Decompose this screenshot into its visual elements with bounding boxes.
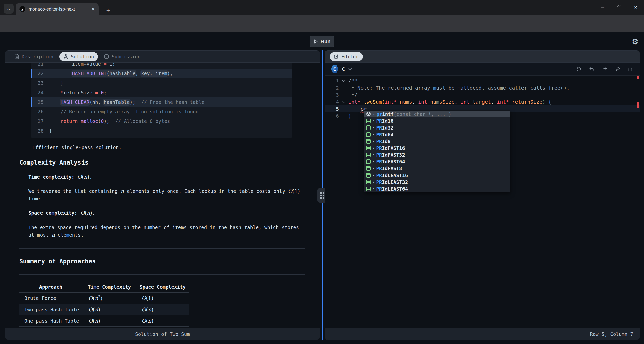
cursor-position: Row 5, Column 7 [590, 331, 633, 337]
line-number: 22 [31, 69, 49, 78]
tab-label: Submission [112, 54, 140, 59]
browser-tab[interactable]: ▲ monaco-editor-lsp-next ✕ [16, 3, 99, 15]
window-minimize-button[interactable]: — [594, 0, 611, 14]
undo-icon[interactable] [589, 66, 594, 72]
table-row: Brute ForceO(n2)O(1) [19, 293, 189, 304]
new-tab-button[interactable]: + [104, 6, 113, 15]
browser-tab-title: monaco-editor-lsp-next [29, 7, 88, 12]
include-bullet: • [373, 166, 375, 170]
solution-footer: Solution of Two Sum [5, 328, 320, 340]
table-cell: Two-pass Hash Table [19, 304, 83, 315]
code-line: 24 *returnSize = 0; [31, 88, 292, 97]
macro-icon [366, 187, 371, 191]
editor-line[interactable]: 1/** [325, 77, 640, 84]
editor-line-number: 3 [325, 91, 339, 98]
table-header: Space Complexity [136, 281, 189, 293]
format-brush-icon[interactable] [615, 66, 621, 72]
editor-line[interactable]: 4int* twoSum(int* nums, int numsSize, in… [325, 98, 640, 105]
monaco-editor[interactable]: 1/**2 * Note: The returned array must be… [325, 76, 640, 328]
chevron-down-icon[interactable] [348, 68, 352, 71]
code-line: 21 item→value = 1; [31, 63, 292, 69]
restore-icon [617, 5, 622, 10]
include-bullet: • [373, 187, 375, 191]
settings-gear-icon[interactable]: ⚙ [630, 36, 640, 47]
include-bullet: • [373, 173, 375, 177]
suggest-item[interactable]: •PRIdFAST32 [364, 151, 510, 158]
fold-chevron-icon[interactable] [339, 77, 348, 84]
suggest-item[interactable]: •PRId8 [364, 138, 510, 145]
editor-actions [576, 66, 634, 72]
macro-icon [366, 119, 371, 123]
suggest-item[interactable]: •PRIdLEAST32 [364, 179, 510, 185]
c-language-icon: C [331, 65, 338, 73]
code-caption: Efficient single-pass solution. [32, 145, 320, 150]
close-tab-icon[interactable]: ✕ [91, 6, 95, 12]
fold-gutter [339, 91, 348, 98]
suggest-label: PRId64 [376, 132, 393, 137]
editor-toolbar: C C [325, 63, 640, 76]
document-icon [14, 54, 19, 59]
include-bullet: • [373, 180, 375, 184]
tab-search-chevron-icon[interactable]: ⌄ [4, 4, 14, 14]
suggest-item[interactable]: •PRIdFAST8 [364, 165, 510, 172]
editor-line-number: 4 [325, 98, 339, 105]
fold-chevron-icon[interactable] [339, 98, 348, 105]
line-number: 23 [31, 78, 49, 88]
suggest-label: PRId32 [376, 125, 393, 131]
tab-solution[interactable]: Solution [59, 52, 98, 61]
tab-submission[interactable]: Submission [100, 52, 144, 61]
window-restore-button[interactable] [611, 0, 627, 14]
suggest-item[interactable]: •PRIdFAST16 [364, 145, 510, 151]
window-close-button[interactable]: ✕ [627, 0, 644, 14]
suggest-item[interactable]: •PRIdLEAST64 [364, 185, 510, 192]
section-heading: Complexity Analysis [19, 159, 320, 166]
table-row: One-pass Hash TableO(n)O(n) [19, 315, 189, 327]
editor-panel: Editor C C [325, 50, 640, 340]
code-line: 28} [31, 126, 292, 136]
suggest-item[interactable]: •PRIdLEAST16 [364, 172, 510, 179]
table-cell: O(n) [136, 315, 189, 327]
paragraph: Time complexity: O(n). [28, 173, 305, 181]
reset-icon[interactable] [576, 66, 581, 72]
editor-line-number: 6 [325, 112, 339, 119]
table-row: Two-pass Hash TableO(n)O(n) [19, 304, 189, 315]
tab-editor[interactable]: Editor [330, 52, 363, 61]
section-heading: Summary of Approaches [19, 258, 320, 265]
tab-description[interactable]: Description [10, 52, 57, 61]
solution-sections: Efficient single-pass solution.Complexit… [5, 145, 320, 327]
line-number: 28 [31, 126, 49, 136]
suggest-item[interactable]: •PRIdFAST64 [364, 158, 510, 165]
language-label[interactable]: C [342, 66, 345, 72]
macro-icon [366, 139, 371, 144]
suggest-item[interactable]: •PRId32 [364, 124, 510, 131]
copy-icon[interactable] [628, 66, 634, 72]
solution-content: 21 item→value = 1;22 HASH_ADD_INT(hashTa… [5, 63, 320, 328]
paragraph: Space complexity: O(n). [28, 209, 305, 217]
table-header: Approach [19, 281, 83, 293]
tab-label: Description [22, 54, 53, 59]
suggest-label: PRIdFAST16 [376, 145, 405, 151]
browser-toolbar: ← → ↻ localhost:3000/playground ☆ f [0, 15, 644, 32]
function-cube-icon [366, 112, 371, 116]
code-line: 26 // Return an empty array if no soluti… [31, 107, 292, 116]
suggest-item[interactable]: •printf(const char *, ... ) [364, 111, 510, 117]
solution-footer-text: Solution of Two Sum [135, 331, 190, 337]
redo-icon[interactable] [602, 66, 608, 72]
editor-panel-header: Editor [325, 51, 640, 63]
table-cell: O(n) [83, 304, 136, 315]
suggest-item[interactable]: •PRId64 [364, 131, 510, 138]
run-button[interactable]: Run [310, 36, 334, 47]
editor-line[interactable]: 2 * Note: The returned array must be mal… [325, 84, 640, 91]
editor-line[interactable]: 3 */ [325, 91, 640, 98]
macro-icon [366, 166, 371, 171]
include-bullet: • [373, 126, 375, 130]
table-header: Time Complexity [83, 281, 136, 293]
overview-error-mark [637, 76, 639, 79]
fold-gutter [339, 112, 348, 119]
suggest-item[interactable]: •PRId16 [364, 117, 510, 124]
macro-icon [366, 159, 371, 164]
table-cell: Brute Force [19, 293, 83, 304]
suggest-label: PRId16 [376, 118, 393, 124]
suggest-label: printf(const char *, ... ) [376, 111, 451, 117]
code-line: 27 return malloc(0); // Allocate 0 bytes [31, 116, 292, 126]
